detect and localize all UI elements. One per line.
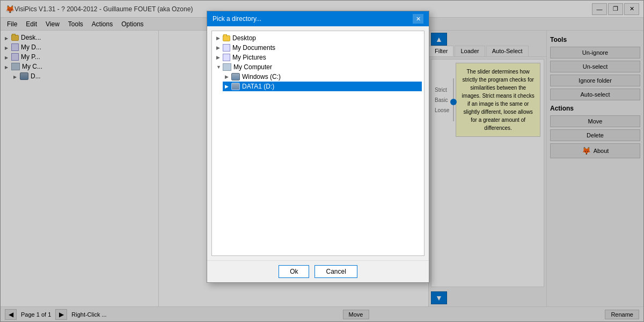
dialog-title: Pick a directory... [213, 15, 261, 23]
icon-mycomputer [223, 63, 231, 71]
dialog-tree-d-drive[interactable]: ▶ DATA1 (D:) [223, 82, 422, 91]
dialog-tree[interactable]: ▶ Desktop ▶ My Documents ▶ My Pictures ▼… [211, 31, 425, 256]
dialog-close-button[interactable]: ✕ [413, 14, 423, 24]
icon-c-drive [231, 73, 240, 80]
arrow-mydocs: ▶ [216, 45, 223, 50]
arrow-desktop: ▶ [216, 35, 223, 41]
dialog-tree-mydocs[interactable]: ▶ My Documents [214, 43, 422, 53]
dialog-footer: Ok Cancel [207, 260, 429, 282]
dialog-body: ▶ Desktop ▶ My Documents ▶ My Pictures ▼… [207, 26, 429, 260]
dialog-tree-mypics[interactable]: ▶ My Pictures [214, 53, 422, 62]
label-desktop: Desktop [232, 34, 256, 42]
icon-d-drive [231, 83, 240, 90]
arrow-d-drive: ▶ [225, 84, 231, 89]
dialog-tree-c-drive[interactable]: ▶ Windows (C:) [223, 72, 422, 82]
arrow-mycomputer: ▼ [216, 64, 223, 70]
dialog-title-bar: Pick a directory... ✕ [207, 11, 429, 26]
icon-mydocs [223, 44, 230, 52]
icon-desktop [223, 35, 230, 41]
arrow-mypics: ▶ [216, 55, 223, 60]
label-mycomputer: My Computer [233, 63, 272, 71]
label-d-drive: DATA1 (D:) [242, 83, 274, 90]
icon-mypics [223, 54, 230, 61]
label-mydocs: My Documents [232, 44, 275, 52]
dialog-ok-button[interactable]: Ok [279, 265, 309, 278]
dialog-tree-desktop[interactable]: ▶ Desktop [214, 33, 422, 43]
pick-directory-dialog: Pick a directory... ✕ ▶ Desktop ▶ My Doc… [207, 11, 429, 283]
dialog-cancel-button[interactable]: Cancel [314, 265, 357, 278]
arrow-c-drive: ▶ [225, 74, 231, 79]
label-c-drive: Windows (C:) [242, 73, 281, 80]
dialog-tree-mycomputer[interactable]: ▼ My Computer [214, 62, 422, 72]
label-mypics: My Pictures [232, 54, 266, 61]
